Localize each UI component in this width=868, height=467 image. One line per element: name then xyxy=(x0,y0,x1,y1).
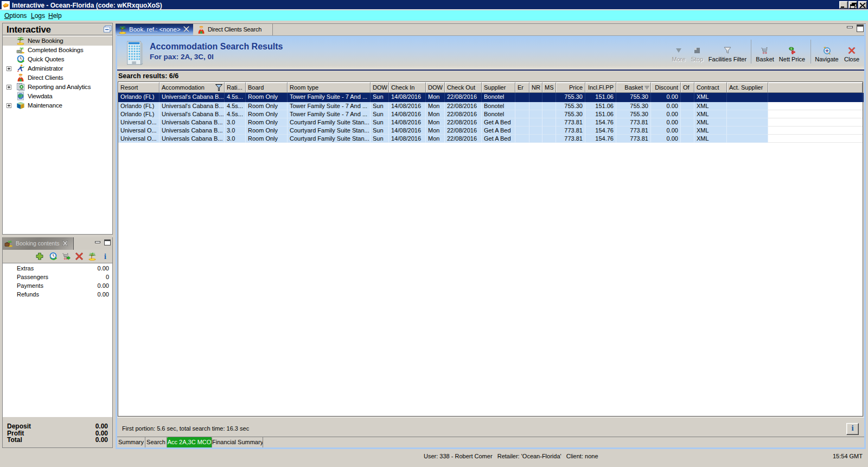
svg-text:i: i xyxy=(104,253,106,261)
